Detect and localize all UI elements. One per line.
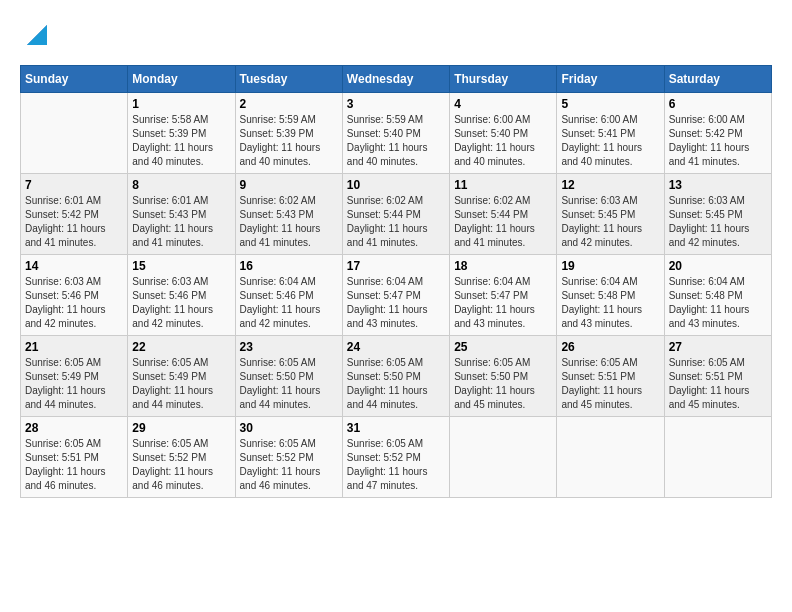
day-number: 7 [25, 178, 123, 192]
cell-info: Sunrise: 5:59 AMSunset: 5:39 PMDaylight:… [240, 113, 338, 169]
day-number: 9 [240, 178, 338, 192]
cell-info: Sunrise: 6:02 AMSunset: 5:43 PMDaylight:… [240, 194, 338, 250]
col-header-saturday: Saturday [664, 65, 771, 92]
day-number: 24 [347, 340, 445, 354]
col-header-friday: Friday [557, 65, 664, 92]
cell-info: Sunrise: 6:01 AMSunset: 5:43 PMDaylight:… [132, 194, 230, 250]
day-number: 17 [347, 259, 445, 273]
calendar-cell: 1Sunrise: 5:58 AMSunset: 5:39 PMDaylight… [128, 92, 235, 173]
calendar-cell: 21Sunrise: 6:05 AMSunset: 5:49 PMDayligh… [21, 335, 128, 416]
calendar-cell: 5Sunrise: 6:00 AMSunset: 5:41 PMDaylight… [557, 92, 664, 173]
cell-info: Sunrise: 6:04 AMSunset: 5:47 PMDaylight:… [347, 275, 445, 331]
day-number: 19 [561, 259, 659, 273]
cell-info: Sunrise: 6:05 AMSunset: 5:50 PMDaylight:… [454, 356, 552, 412]
calendar-cell: 16Sunrise: 6:04 AMSunset: 5:46 PMDayligh… [235, 254, 342, 335]
calendar-cell: 13Sunrise: 6:03 AMSunset: 5:45 PMDayligh… [664, 173, 771, 254]
day-number: 31 [347, 421, 445, 435]
cell-info: Sunrise: 6:04 AMSunset: 5:48 PMDaylight:… [669, 275, 767, 331]
day-number: 25 [454, 340, 552, 354]
day-number: 11 [454, 178, 552, 192]
calendar-cell [21, 92, 128, 173]
cell-info: Sunrise: 6:05 AMSunset: 5:51 PMDaylight:… [25, 437, 123, 493]
cell-info: Sunrise: 6:00 AMSunset: 5:42 PMDaylight:… [669, 113, 767, 169]
calendar-cell: 28Sunrise: 6:05 AMSunset: 5:51 PMDayligh… [21, 416, 128, 497]
calendar-cell [664, 416, 771, 497]
calendar-cell: 15Sunrise: 6:03 AMSunset: 5:46 PMDayligh… [128, 254, 235, 335]
cell-info: Sunrise: 6:05 AMSunset: 5:49 PMDaylight:… [25, 356, 123, 412]
day-number: 15 [132, 259, 230, 273]
calendar-table: SundayMondayTuesdayWednesdayThursdayFrid… [20, 65, 772, 498]
day-number: 21 [25, 340, 123, 354]
calendar-cell: 7Sunrise: 6:01 AMSunset: 5:42 PMDaylight… [21, 173, 128, 254]
calendar-cell [557, 416, 664, 497]
cell-info: Sunrise: 6:05 AMSunset: 5:52 PMDaylight:… [240, 437, 338, 493]
week-row-2: 14Sunrise: 6:03 AMSunset: 5:46 PMDayligh… [21, 254, 772, 335]
day-number: 20 [669, 259, 767, 273]
cell-info: Sunrise: 6:05 AMSunset: 5:51 PMDaylight:… [669, 356, 767, 412]
calendar-cell: 22Sunrise: 6:05 AMSunset: 5:49 PMDayligh… [128, 335, 235, 416]
col-header-tuesday: Tuesday [235, 65, 342, 92]
calendar-cell: 26Sunrise: 6:05 AMSunset: 5:51 PMDayligh… [557, 335, 664, 416]
calendar-cell: 25Sunrise: 6:05 AMSunset: 5:50 PMDayligh… [450, 335, 557, 416]
day-number: 23 [240, 340, 338, 354]
day-number: 1 [132, 97, 230, 111]
cell-info: Sunrise: 6:04 AMSunset: 5:48 PMDaylight:… [561, 275, 659, 331]
week-row-1: 7Sunrise: 6:01 AMSunset: 5:42 PMDaylight… [21, 173, 772, 254]
calendar-cell: 2Sunrise: 5:59 AMSunset: 5:39 PMDaylight… [235, 92, 342, 173]
day-number: 27 [669, 340, 767, 354]
calendar-header-row: SundayMondayTuesdayWednesdayThursdayFrid… [21, 65, 772, 92]
day-number: 16 [240, 259, 338, 273]
calendar-cell: 14Sunrise: 6:03 AMSunset: 5:46 PMDayligh… [21, 254, 128, 335]
calendar-cell: 8Sunrise: 6:01 AMSunset: 5:43 PMDaylight… [128, 173, 235, 254]
svg-marker-1 [27, 25, 47, 45]
calendar-cell: 9Sunrise: 6:02 AMSunset: 5:43 PMDaylight… [235, 173, 342, 254]
day-number: 10 [347, 178, 445, 192]
day-number: 28 [25, 421, 123, 435]
day-number: 12 [561, 178, 659, 192]
logo-icon [22, 20, 52, 50]
day-number: 29 [132, 421, 230, 435]
cell-info: Sunrise: 6:03 AMSunset: 5:45 PMDaylight:… [561, 194, 659, 250]
calendar-cell: 31Sunrise: 6:05 AMSunset: 5:52 PMDayligh… [342, 416, 449, 497]
cell-info: Sunrise: 5:59 AMSunset: 5:40 PMDaylight:… [347, 113, 445, 169]
calendar-cell: 27Sunrise: 6:05 AMSunset: 5:51 PMDayligh… [664, 335, 771, 416]
cell-info: Sunrise: 6:01 AMSunset: 5:42 PMDaylight:… [25, 194, 123, 250]
page-header [20, 20, 772, 55]
cell-info: Sunrise: 6:05 AMSunset: 5:50 PMDaylight:… [347, 356, 445, 412]
day-number: 4 [454, 97, 552, 111]
cell-info: Sunrise: 6:05 AMSunset: 5:50 PMDaylight:… [240, 356, 338, 412]
logo-text [20, 20, 52, 55]
calendar-cell: 30Sunrise: 6:05 AMSunset: 5:52 PMDayligh… [235, 416, 342, 497]
calendar-cell: 24Sunrise: 6:05 AMSunset: 5:50 PMDayligh… [342, 335, 449, 416]
cell-info: Sunrise: 6:05 AMSunset: 5:52 PMDaylight:… [347, 437, 445, 493]
week-row-3: 21Sunrise: 6:05 AMSunset: 5:49 PMDayligh… [21, 335, 772, 416]
day-number: 26 [561, 340, 659, 354]
day-number: 18 [454, 259, 552, 273]
cell-info: Sunrise: 6:03 AMSunset: 5:46 PMDaylight:… [132, 275, 230, 331]
calendar-cell: 10Sunrise: 6:02 AMSunset: 5:44 PMDayligh… [342, 173, 449, 254]
day-number: 14 [25, 259, 123, 273]
calendar-cell: 19Sunrise: 6:04 AMSunset: 5:48 PMDayligh… [557, 254, 664, 335]
calendar-cell [450, 416, 557, 497]
col-header-thursday: Thursday [450, 65, 557, 92]
cell-info: Sunrise: 6:02 AMSunset: 5:44 PMDaylight:… [347, 194, 445, 250]
calendar-cell: 23Sunrise: 6:05 AMSunset: 5:50 PMDayligh… [235, 335, 342, 416]
day-number: 8 [132, 178, 230, 192]
calendar-cell: 4Sunrise: 6:00 AMSunset: 5:40 PMDaylight… [450, 92, 557, 173]
calendar-cell: 29Sunrise: 6:05 AMSunset: 5:52 PMDayligh… [128, 416, 235, 497]
cell-info: Sunrise: 6:04 AMSunset: 5:47 PMDaylight:… [454, 275, 552, 331]
logo [20, 20, 52, 55]
cell-info: Sunrise: 6:02 AMSunset: 5:44 PMDaylight:… [454, 194, 552, 250]
cell-info: Sunrise: 6:00 AMSunset: 5:41 PMDaylight:… [561, 113, 659, 169]
calendar-cell: 6Sunrise: 6:00 AMSunset: 5:42 PMDaylight… [664, 92, 771, 173]
day-number: 6 [669, 97, 767, 111]
calendar-cell: 11Sunrise: 6:02 AMSunset: 5:44 PMDayligh… [450, 173, 557, 254]
calendar-cell: 20Sunrise: 6:04 AMSunset: 5:48 PMDayligh… [664, 254, 771, 335]
calendar-cell: 18Sunrise: 6:04 AMSunset: 5:47 PMDayligh… [450, 254, 557, 335]
day-number: 3 [347, 97, 445, 111]
cell-info: Sunrise: 6:05 AMSunset: 5:52 PMDaylight:… [132, 437, 230, 493]
week-row-4: 28Sunrise: 6:05 AMSunset: 5:51 PMDayligh… [21, 416, 772, 497]
calendar-cell: 3Sunrise: 5:59 AMSunset: 5:40 PMDaylight… [342, 92, 449, 173]
day-number: 30 [240, 421, 338, 435]
week-row-0: 1Sunrise: 5:58 AMSunset: 5:39 PMDaylight… [21, 92, 772, 173]
